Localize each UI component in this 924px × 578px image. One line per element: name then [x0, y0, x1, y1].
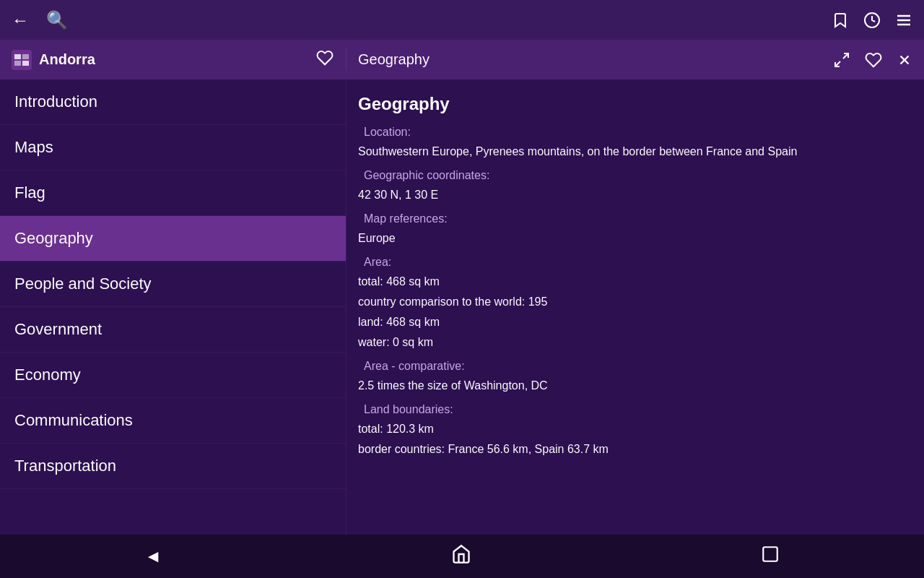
back-button[interactable]: ← [12, 10, 29, 30]
bookmark-button[interactable] [832, 12, 849, 29]
section-label-3: Area: [358, 256, 910, 269]
sidebar-item-introduction[interactable]: Introduction [0, 79, 346, 125]
nav-home-button[interactable] [451, 544, 471, 569]
nav-recent-button[interactable] [761, 545, 780, 568]
sidebar: IntroductionMapsFlagGeographyPeople and … [0, 79, 346, 535]
section-label-4: Area - comparative: [358, 360, 910, 373]
menu-button[interactable] [895, 12, 912, 29]
sidebar-item-economy[interactable]: Economy [0, 353, 346, 398]
svg-rect-12 [763, 547, 777, 561]
sidebar-item-people-and-society[interactable]: People and Society [0, 262, 346, 307]
favorite-section-button[interactable] [865, 51, 882, 69]
section-value-4: 2.5 times the size of Washington, DC [358, 377, 910, 394]
section-label-0: Location: [358, 126, 910, 139]
section-value-1: 42 30 N, 1 30 E [358, 186, 910, 204]
search-button[interactable]: 🔍 [46, 10, 68, 30]
top-bar-right [832, 12, 912, 29]
sidebar-item-government[interactable]: Government [0, 307, 346, 353]
section-value-3: water: 0 sq km [358, 334, 910, 351]
section-label-1: Geographic coordinates: [358, 169, 910, 182]
close-button[interactable] [897, 52, 912, 68]
section-value-3: country comparison to the world: 195 [358, 293, 910, 311]
fullscreen-button[interactable] [833, 51, 850, 69]
svg-rect-5 [22, 54, 29, 59]
svg-rect-6 [14, 61, 21, 66]
bottom-nav: ◄ [0, 535, 924, 578]
section-label-5: Land boundaries: [358, 403, 910, 416]
sidebar-item-transportation[interactable]: Transportation [0, 444, 346, 489]
sidebar-item-flag[interactable]: Flag [0, 171, 346, 216]
country-icon [12, 50, 32, 70]
sub-header-actions [833, 51, 912, 69]
section-label-2: Map references: [358, 212, 910, 225]
section-value-3: land: 468 sq km [358, 314, 910, 331]
section-value-5: total: 120.3 km [358, 420, 910, 438]
history-button[interactable] [863, 12, 881, 29]
section-value-3: total: 468 sq km [358, 273, 910, 290]
svg-line-8 [843, 53, 848, 59]
top-bar: ← 🔍 [0, 0, 924, 40]
sidebar-item-communications[interactable]: Communications [0, 398, 346, 444]
sub-header-left: Andorra [0, 49, 346, 71]
country-name: Andorra [39, 51, 95, 68]
sub-header-right: Geography [346, 51, 924, 69]
main-content: IntroductionMapsFlagGeographyPeople and … [0, 79, 924, 535]
svg-line-9 [835, 61, 840, 66]
section-value-5: border countries: France 56.6 km, Spain … [358, 441, 910, 458]
section-title: Geography [358, 51, 430, 68]
favorite-country-button[interactable] [315, 49, 334, 71]
sub-header: Andorra Geography [0, 40, 924, 79]
svg-rect-4 [14, 54, 21, 59]
section-value-2: Europe [358, 230, 910, 247]
nav-back-button[interactable]: ◄ [144, 546, 162, 566]
sidebar-item-geography[interactable]: Geography [0, 216, 346, 262]
top-bar-left: ← 🔍 [12, 10, 68, 30]
content-title: Geography [358, 94, 910, 114]
country-selector[interactable]: Andorra [12, 50, 95, 70]
section-value-0: Southwestern Europe, Pyrenees mountains,… [358, 143, 910, 160]
sidebar-item-maps[interactable]: Maps [0, 125, 346, 171]
svg-rect-7 [22, 61, 29, 66]
content-panel: GeographyLocation:Southwestern Europe, P… [346, 79, 924, 535]
